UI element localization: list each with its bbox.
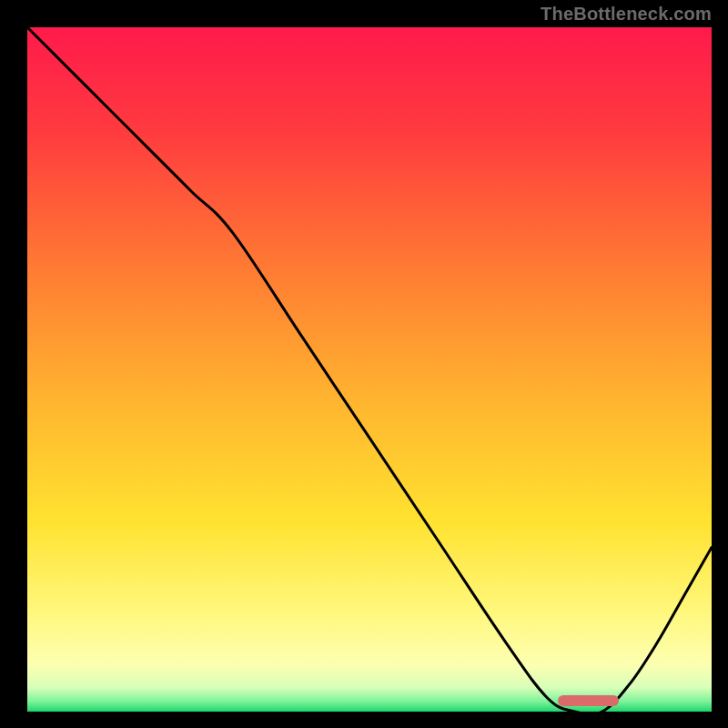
plot-area [27, 27, 712, 712]
attribution-label: TheBottleneck.com [541, 4, 712, 25]
chart-frame: TheBottleneck.com [0, 0, 728, 728]
optimal-range-marker [558, 695, 620, 706]
curve-line [27, 27, 712, 712]
